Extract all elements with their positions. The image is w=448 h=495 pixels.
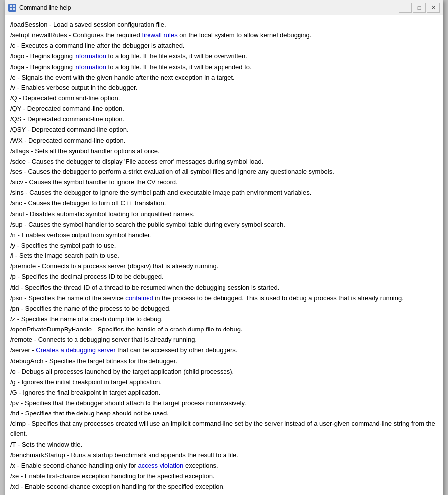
- help-line: /n - Enables verbose output from symbol …: [10, 230, 438, 240]
- help-line: /logo - Begins logging information to a …: [10, 51, 438, 61]
- help-line: /WX - Deprecated command-line option.: [10, 136, 438, 146]
- help-line: /x - Enable second-chance handling only …: [10, 461, 438, 471]
- help-line: /snul - Disables automatic symbol loadin…: [10, 209, 438, 219]
- window-title: Command line help: [19, 4, 399, 11]
- svg-rect-1: [13, 5, 15, 7]
- main-window: Command line help − □ ✕ /loadSession - L…: [5, 0, 443, 495]
- help-line: /QSY - Deprecated command-line option.: [10, 125, 438, 135]
- close-button[interactable]: ✕: [427, 3, 440, 13]
- help-line: /T - Sets the window title.: [10, 440, 438, 450]
- help-line: /G - Ignores the final breakpoint in tar…: [10, 388, 438, 398]
- help-line: /pn - Specifies the name of the process …: [10, 304, 438, 314]
- help-line: /sicv - Causes the symbol handler to ign…: [10, 177, 438, 187]
- help-line: /openPrivateDumpByHandle - Specifies the…: [10, 325, 438, 334]
- help-line: /snc - Causes the debugger to turn off C…: [10, 198, 438, 208]
- svg-rect-3: [13, 8, 15, 10]
- window-controls: − □ ✕: [399, 3, 440, 13]
- minimize-button[interactable]: −: [399, 3, 412, 13]
- help-line: /remote - Connects to a debugging server…: [10, 335, 438, 345]
- help-line: /sup - Causes the symbol handler to sear…: [10, 220, 438, 230]
- help-line: /tid - Specifies the thread ID of a thre…: [10, 283, 438, 293]
- help-line: /z - Specifies the name of a crash dump …: [10, 314, 438, 324]
- help-line: /c - Executes a command line after the d…: [10, 41, 438, 51]
- help-line: /i - Sets the image search path to use.: [10, 251, 438, 261]
- help-line: /hd - Specifies that the debug heap shou…: [10, 409, 438, 418]
- help-line: /pv - Specifies that the debugger should…: [10, 398, 438, 408]
- help-line: /QY - Deprecated command-line option.: [10, 104, 438, 114]
- help-content: /loadSession - Load a saved session conf…: [5, 15, 443, 495]
- help-line: /ses - Causes the debugger to perform a …: [10, 167, 438, 177]
- help-line: /Q - Deprecated command-line option.: [10, 93, 438, 103]
- help-line: /server - Creates a debugging server tha…: [10, 345, 438, 355]
- help-line: /debugArch - Specifies the target bitnes…: [10, 356, 438, 366]
- window-icon: [8, 4, 16, 12]
- svg-rect-0: [10, 5, 12, 7]
- maximize-button[interactable]: □: [413, 3, 426, 13]
- help-line: /g - Ignores the initial breakpoint in t…: [10, 377, 438, 387]
- help-line: /sins - Causes the debugger to ignore th…: [10, 188, 438, 198]
- title-bar: Command line help − □ ✕: [5, 0, 443, 15]
- help-line: /o - Debugs all processes launched by th…: [10, 367, 438, 377]
- help-line: /loadSession - Load a saved session conf…: [10, 20, 438, 30]
- help-line: /xd - Enable second-chance exception han…: [10, 482, 438, 492]
- help-line: /benchmarkStartup - Runs a startup bench…: [10, 450, 438, 460]
- help-line: /v - Enables verbose output in the debug…: [10, 83, 438, 93]
- help-line: /QS - Deprecated command-line option.: [10, 114, 438, 124]
- help-line: /premote - Connects to a process server …: [10, 261, 438, 271]
- help-line: /xe - Enable first-chance exception hand…: [10, 471, 438, 481]
- help-line: /e - Signals the event with the given ha…: [10, 73, 438, 82]
- help-line: /setupFirewallRules - Configures the req…: [10, 30, 438, 40]
- help-line: /p - Specifies the decimal process ID to…: [10, 272, 438, 282]
- help-line: /y - Specifies the symbol path to use.: [10, 241, 438, 250]
- help-line: /loga - Begins logging information to a …: [10, 62, 438, 72]
- help-line: /sdce - Causes the debugger to display '…: [10, 157, 438, 166]
- help-line: /xn - For the given exception, disable f…: [10, 492, 438, 495]
- svg-rect-2: [10, 8, 12, 10]
- help-line: /psn - Specifies the name of the service…: [10, 293, 438, 303]
- help-line: /sflags - Sets all the symbol handler op…: [10, 146, 438, 156]
- help-line: /cimp - Specifies that any processes cre…: [10, 419, 438, 439]
